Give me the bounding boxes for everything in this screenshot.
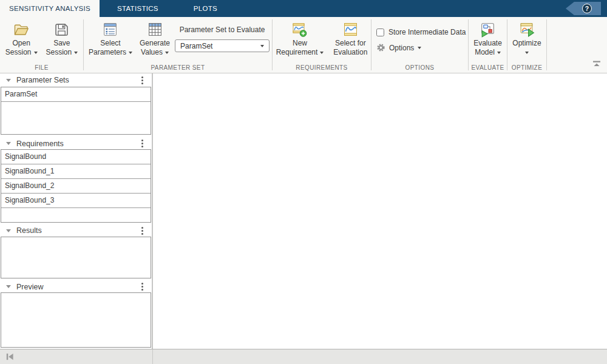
collapse-toolstrip-button[interactable] (592, 59, 602, 70)
dropdown-caret-icon (525, 52, 529, 54)
button-label: Save (53, 39, 70, 48)
section-label-optimize: OPTIMIZE (507, 64, 546, 73)
panel-menu-icon[interactable] (141, 143, 143, 144)
panel-menu-icon[interactable] (141, 230, 143, 232)
button-label: Parameters (89, 48, 126, 57)
panel-menu-icon[interactable] (141, 286, 143, 288)
status-bar (0, 349, 607, 364)
collapse-ribbon-icon (592, 59, 602, 68)
status-bar-divider (152, 349, 153, 364)
document-area (153, 73, 607, 349)
panel-header-results: Results (0, 224, 153, 237)
tab-plots[interactable]: PLOTS (176, 0, 235, 17)
options-menu-button[interactable]: Options (376, 43, 421, 52)
skip-to-start-icon (5, 352, 15, 362)
panel-header-requirements: Requirements (0, 138, 153, 149)
collapse-triangle-icon[interactable] (6, 229, 11, 232)
requirements-list[interactable]: SignalBound SignalBound_1 SignalBound_2 … (1, 149, 151, 223)
button-label: Open (12, 39, 30, 48)
help-button[interactable]: ? (566, 2, 601, 15)
section-requirements: New Requirement Select for Evaluation RE… (273, 17, 371, 73)
tab-statistics[interactable]: STATISTICS (100, 0, 176, 17)
select-parameters-button[interactable]: Select Parameters (86, 20, 135, 64)
browser-sidebar: Parameter Sets ParamSet Requirements Sig… (0, 73, 153, 349)
panel-menu-icon[interactable] (141, 79, 143, 81)
list-item[interactable]: ParamSet (1, 87, 151, 102)
value-grid-icon (148, 20, 163, 39)
panel-header-preview: Preview (0, 281, 153, 292)
results-list[interactable] (1, 237, 151, 278)
parameter-set-to-evaluate-group: Parameter Set to Evaluate ParamSet (175, 20, 270, 64)
tab-label: PLOTS (194, 5, 217, 12)
open-session-button[interactable]: Open Session (3, 20, 40, 64)
button-label: Session (46, 48, 72, 57)
optimize-button[interactable]: Optimize (510, 20, 543, 64)
collapse-sidebar-button[interactable] (5, 352, 15, 362)
toolbar-divider (546, 19, 547, 70)
panel-title: Results (16, 226, 42, 235)
section-optimize: Optimize OPTIMIZE (507, 17, 546, 73)
combo-label: Parameter Set to Evaluate (180, 25, 265, 34)
dropdown-caret-icon (418, 47, 421, 49)
list-item[interactable]: SignalBound (1, 150, 151, 164)
tab-label: STATISTICS (117, 5, 158, 12)
section-label-options: OPTIONS (371, 64, 468, 73)
combobox-value: ParamSet (180, 42, 212, 50)
toolstrip: Open Session Save Session FILE (0, 17, 607, 73)
button-label: Generate (140, 39, 170, 48)
button-label: Select for (335, 39, 366, 48)
checkbox-label: Store Intermediate Data (388, 28, 466, 36)
button-label: Evaluation (333, 48, 367, 57)
signal-icon (342, 20, 359, 39)
list-item[interactable]: SignalBound_2 (1, 179, 151, 194)
select-for-evaluation-button[interactable]: Select for Evaluation (331, 20, 370, 64)
parameter-list-icon (103, 20, 118, 39)
parameter-set-combobox[interactable]: ParamSet (175, 39, 270, 52)
dropdown-caret-icon (260, 45, 264, 47)
parameter-sets-list[interactable]: ParamSet (1, 87, 151, 135)
generate-values-button[interactable]: Generate Values (137, 20, 172, 64)
button-label: Evaluate (473, 39, 502, 48)
store-intermediate-data-row: Store Intermediate Data (376, 28, 466, 36)
evaluate-model-button[interactable]: Evaluate Model (471, 20, 504, 64)
section-label-requirements: REQUIREMENTS (273, 64, 371, 73)
dropdown-caret-icon (165, 52, 169, 54)
button-label: Select (100, 39, 120, 48)
dropdown-caret-icon (129, 52, 132, 54)
collapse-triangle-icon[interactable] (6, 79, 11, 82)
button-label: Session (5, 48, 32, 57)
section-parameter-set: Select Parameters Generate Valu (84, 17, 272, 73)
tab-label: SENSITIVITY ANALYSIS (9, 5, 90, 12)
collapse-triangle-icon[interactable] (6, 142, 11, 145)
save-session-button[interactable]: Save Session (44, 20, 81, 64)
list-item[interactable]: SignalBound_3 (1, 194, 151, 208)
collapse-triangle-icon[interactable] (6, 285, 11, 288)
button-label: Model (475, 48, 495, 57)
list-item[interactable]: SignalBound_1 (1, 164, 151, 179)
workspace: Parameter Sets ParamSet Requirements Sig… (0, 73, 607, 349)
new-requirement-button[interactable]: New Requirement (274, 20, 327, 64)
preview-area[interactable] (1, 292, 151, 348)
section-options: Store Intermediate Data Options OPTIONS (371, 17, 468, 73)
button-label: Options (389, 44, 414, 52)
store-intermediate-data-checkbox[interactable] (376, 29, 384, 36)
save-floppy-icon (54, 20, 69, 39)
question-mark-icon: ? (582, 4, 592, 13)
tab-sensitivity-analysis[interactable]: SENSITIVITY ANALYSIS (0, 0, 100, 17)
section-evaluate: Evaluate Model EVALUATE (469, 17, 507, 73)
button-label: New (293, 39, 307, 48)
open-folder-icon (13, 20, 30, 39)
section-label-evaluate: EVALUATE (469, 64, 507, 73)
button-label: Requirement (276, 48, 318, 57)
dropdown-caret-icon (34, 52, 38, 54)
section-label-parameter-set: PARAMETER SET (84, 64, 272, 73)
section-label-file: FILE (0, 64, 83, 73)
panel-title: Parameter Sets (16, 76, 69, 84)
panel-title: Preview (16, 283, 43, 291)
sidebar-splitter[interactable] (152, 73, 153, 349)
button-label: Optimize (512, 39, 541, 48)
signal-plus-icon (291, 20, 308, 39)
dropdown-caret-icon (320, 52, 324, 54)
evaluate-model-icon (480, 20, 496, 39)
dropdown-caret-icon (74, 52, 78, 54)
